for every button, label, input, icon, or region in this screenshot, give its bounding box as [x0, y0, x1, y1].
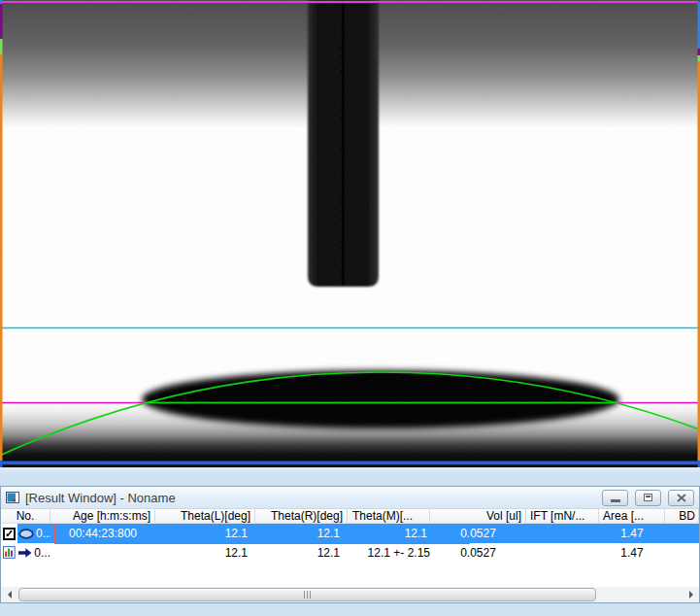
- top-magenta-guideline: [2, 1, 698, 3]
- close-button[interactable]: [668, 490, 694, 506]
- cell-area: 1.47: [599, 543, 665, 562]
- grip-icon: [310, 591, 311, 599]
- result-window-titlebar[interactable]: [Result Window] - Noname: [1, 487, 699, 509]
- left-edge-markers: [0, 0, 3, 467]
- right-arrow-icon: [689, 591, 693, 599]
- scroll-right-button[interactable]: [683, 587, 699, 602]
- grip-icon: [304, 591, 305, 599]
- cell-theta-l: 12.1: [155, 524, 255, 543]
- table-empty-area: [1, 562, 699, 587]
- restore-button[interactable]: [635, 490, 661, 506]
- cell-vol: 0.0527: [430, 524, 526, 543]
- sensor-noise: [0, 0, 700, 461]
- row-marker-cell: 0...: [1, 543, 50, 562]
- arrow-right-icon: [17, 547, 33, 559]
- scroll-left-button[interactable]: [1, 587, 17, 602]
- table-header: No. Age [h:m:s:ms] Theta(L)[deg] Theta(R…: [1, 509, 699, 524]
- grip-icon: [307, 591, 308, 599]
- column-header-age[interactable]: Age [h:m:s:ms]: [50, 509, 155, 523]
- horizontal-scrollbar[interactable]: [1, 587, 699, 602]
- row-number: 0...: [34, 546, 50, 560]
- cell-bd: [665, 524, 699, 543]
- row-marker-cell: ✓ 0...: [1, 524, 50, 543]
- column-header-area[interactable]: Area [...: [599, 509, 665, 523]
- cell-vol: 0.0527: [430, 543, 526, 562]
- cell-ift: [526, 543, 599, 562]
- eye-icon: [18, 529, 34, 539]
- table-row[interactable]: 0... 12.1 12.1 12.1 +- 2.15 0.0527 1.47: [1, 543, 699, 562]
- table-row[interactable]: ✓ 0... 00:44:23:800 12.1 12.1 12.1 0.052…: [1, 524, 699, 543]
- cell-ift: [526, 524, 599, 543]
- window-title: [Result Window] - Noname: [25, 491, 595, 505]
- cell-age: [50, 543, 155, 562]
- camera-view: [0, 0, 700, 467]
- column-header-no[interactable]: No.: [1, 509, 50, 523]
- app-root: [Result Window] - Noname No. Age [h:m:s:…: [0, 0, 700, 616]
- result-window-icon: [6, 492, 19, 503]
- column-header-theta-m[interactable]: Theta(M)[...: [348, 509, 430, 523]
- cell-theta-r: 12.1: [255, 543, 348, 562]
- column-header-theta-r[interactable]: Theta(R)[deg]: [255, 509, 348, 523]
- scrollbar-thumb[interactable]: [18, 588, 596, 601]
- left-arrow-icon: [8, 591, 12, 599]
- bar-chart-icon: [3, 546, 16, 559]
- cell-theta-m: 12.1: [348, 524, 430, 543]
- minimize-button[interactable]: [602, 490, 628, 506]
- mdi-client-gap: [0, 467, 700, 486]
- minimize-icon: [611, 499, 620, 502]
- bottom-edge-marker: [0, 462, 700, 465]
- checkbox-checked[interactable]: ✓: [3, 528, 16, 540]
- column-header-bd[interactable]: BD: [665, 509, 699, 523]
- cell-age: 00:44:23:800: [50, 524, 155, 543]
- result-window: [Result Window] - Noname No. Age [h:m:s:…: [0, 486, 700, 603]
- cell-area: 1.47: [599, 524, 665, 543]
- column-header-theta-l[interactable]: Theta(L)[deg]: [155, 509, 255, 523]
- column-header-vol[interactable]: Vol [ul]: [430, 509, 526, 523]
- cell-theta-m: 12.1 +- 2.15: [348, 543, 430, 562]
- close-icon: [677, 494, 686, 502]
- cell-theta-r: 12.1: [255, 524, 348, 543]
- cell-theta-l: 12.1: [155, 543, 255, 562]
- cell-bd: [665, 543, 699, 562]
- selected-zone: 0...: [17, 524, 52, 543]
- scrollbar-track[interactable]: [17, 587, 683, 602]
- column-header-ift[interactable]: IFT [mN/...: [526, 509, 599, 523]
- restore-icon: [644, 494, 652, 501]
